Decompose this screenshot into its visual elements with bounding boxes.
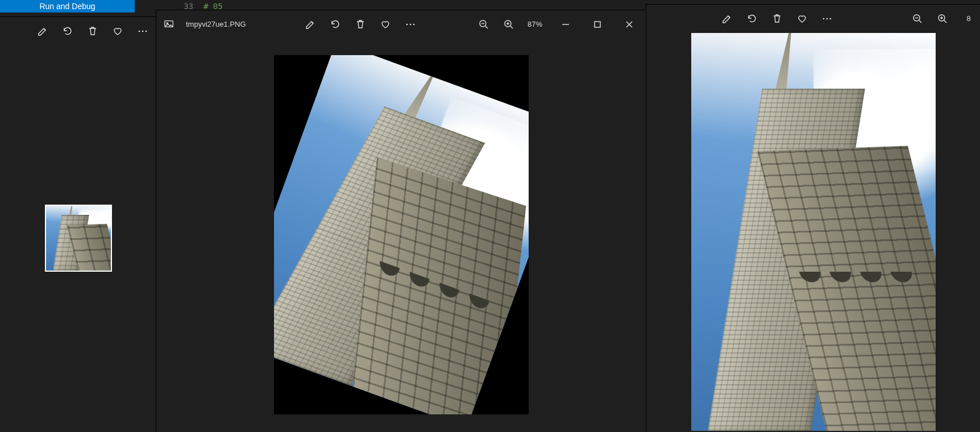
photos-window-middle: tmpyvi27ue1.PNG 87% bbox=[156, 10, 646, 432]
more-button[interactable] bbox=[400, 14, 420, 34]
zoom-in-button[interactable] bbox=[932, 9, 952, 28]
toolbar: 8 bbox=[646, 5, 980, 32]
more-button[interactable] bbox=[132, 21, 152, 40]
close-icon bbox=[624, 19, 634, 29]
zoom-out-icon bbox=[478, 19, 488, 29]
rotate-icon bbox=[330, 19, 340, 29]
window-minimize-button[interactable] bbox=[552, 15, 578, 32]
favorite-button[interactable] bbox=[107, 21, 127, 40]
more-icon bbox=[137, 26, 147, 36]
edit-icon bbox=[721, 13, 732, 23]
rotate-button[interactable] bbox=[742, 9, 761, 28]
svg-point-1 bbox=[142, 31, 144, 32]
delete-button[interactable] bbox=[767, 9, 786, 28]
trash-icon bbox=[87, 26, 97, 36]
favorite-button[interactable] bbox=[792, 9, 811, 28]
edit-button[interactable] bbox=[32, 21, 52, 40]
zoom-level-label: 87% bbox=[524, 20, 546, 28]
edit-button[interactable] bbox=[717, 9, 736, 28]
image-content-rotated bbox=[274, 55, 529, 414]
window-close-button[interactable] bbox=[616, 15, 642, 32]
image-thumbnail bbox=[45, 205, 112, 272]
maximize-icon bbox=[592, 19, 602, 29]
image-canvas bbox=[274, 55, 529, 414]
photos-window-left bbox=[0, 17, 156, 432]
trash-icon bbox=[355, 19, 365, 29]
delete-button[interactable] bbox=[350, 14, 369, 34]
svg-point-6 bbox=[409, 24, 411, 26]
image-viewport-middle[interactable] bbox=[156, 38, 646, 432]
zoom-out-button[interactable] bbox=[907, 9, 927, 28]
rotate-button[interactable] bbox=[57, 21, 77, 40]
zoom-in-button[interactable] bbox=[499, 14, 518, 34]
window-maximize-button[interactable] bbox=[584, 15, 610, 32]
rotate-button[interactable] bbox=[325, 14, 344, 34]
image-viewport-left[interactable] bbox=[0, 44, 156, 432]
svg-rect-10 bbox=[595, 22, 600, 27]
rotate-icon bbox=[746, 13, 757, 23]
image-viewport-right[interactable] bbox=[646, 32, 980, 432]
heart-icon bbox=[380, 19, 390, 29]
zoom-out-icon bbox=[912, 13, 922, 23]
delete-button[interactable] bbox=[82, 21, 102, 40]
svg-point-11 bbox=[823, 18, 824, 20]
filename-label: tmpyvi27ue1.PNG bbox=[186, 20, 246, 28]
toolbar bbox=[0, 17, 156, 44]
minimize-icon bbox=[560, 19, 570, 29]
svg-point-13 bbox=[829, 18, 831, 20]
more-icon bbox=[405, 19, 415, 29]
photos-app-icon bbox=[161, 16, 177, 32]
svg-point-2 bbox=[146, 31, 147, 32]
svg-point-12 bbox=[826, 18, 828, 20]
heart-icon bbox=[796, 13, 807, 23]
svg-point-5 bbox=[406, 24, 408, 26]
image-content bbox=[691, 33, 936, 431]
zoom-level-label: 8 bbox=[957, 14, 980, 23]
run-and-debug-button[interactable]: Run and Debug bbox=[0, 0, 135, 13]
edit-icon bbox=[37, 26, 47, 36]
more-icon bbox=[821, 13, 832, 23]
run-and-debug-label: Run and Debug bbox=[39, 2, 95, 11]
svg-point-7 bbox=[413, 24, 414, 26]
photos-window-right: 8 bbox=[646, 5, 980, 432]
svg-point-0 bbox=[139, 31, 140, 32]
favorite-button[interactable] bbox=[375, 14, 395, 34]
code-comment: # 05 bbox=[204, 2, 223, 11]
line-number: 33 bbox=[171, 2, 193, 11]
zoom-in-icon bbox=[503, 19, 513, 29]
trash-icon bbox=[771, 13, 782, 23]
rotate-icon bbox=[62, 26, 72, 36]
titlebar[interactable]: tmpyvi27ue1.PNG 87% bbox=[156, 10, 646, 38]
edit-button[interactable] bbox=[300, 14, 319, 34]
zoom-in-icon bbox=[937, 13, 947, 23]
heart-icon bbox=[112, 26, 122, 36]
edit-icon bbox=[305, 19, 315, 29]
zoom-out-button[interactable] bbox=[474, 14, 493, 34]
more-button[interactable] bbox=[817, 9, 836, 28]
